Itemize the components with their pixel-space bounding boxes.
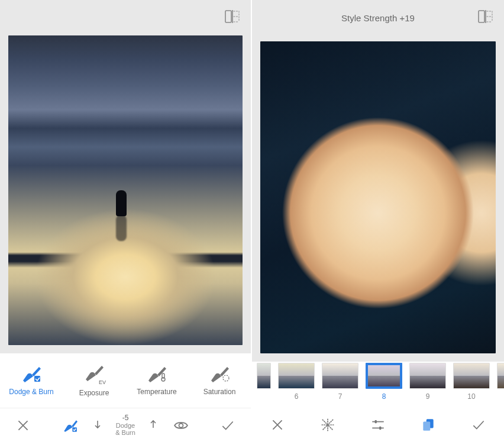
filter-number: 8 (382, 392, 386, 401)
filter-number: 7 (338, 392, 343, 401)
shuffle-button[interactable] (302, 417, 353, 433)
filter-number: 9 (426, 392, 430, 401)
svg-rect-0 (225, 11, 231, 22)
right-pane: Style Strength +19 678910 (252, 0, 504, 442)
brush-temperature[interactable]: Temperature (125, 353, 188, 408)
apply-button[interactable] (454, 417, 504, 433)
filter-number: 10 (467, 392, 475, 401)
compare-icon[interactable] (225, 10, 240, 25)
stepper-value: -5 (122, 414, 129, 422)
svg-rect-13 (424, 422, 431, 431)
filter-thumb[interactable] (257, 363, 271, 389)
right-topbar: Style Strength +19 (252, 0, 504, 35)
tool-label: Temperature (137, 388, 176, 396)
filter-thumb[interactable] (497, 363, 504, 389)
apply-button[interactable] (204, 418, 251, 433)
svg-rect-11 (379, 427, 381, 430)
stepper-label: Dodge & Burn (113, 422, 138, 436)
filter-thumb-9[interactable]: 9 (409, 363, 446, 401)
filter-thumb-6[interactable]: 6 (278, 363, 315, 401)
tool-label: Saturation (203, 388, 236, 396)
tool-sub: EV (99, 379, 106, 385)
brush-dodge-burn[interactable]: Dodge & Burn (0, 353, 63, 408)
tool-label: Exposure (79, 389, 109, 397)
compare-icon[interactable] (478, 10, 493, 25)
filter-thumb-7[interactable]: 7 (322, 363, 358, 401)
style-strength-label: Style Strength +19 (341, 13, 415, 23)
filter-thumb-10[interactable]: 10 (453, 363, 490, 401)
right-action-bar (252, 408, 504, 442)
svg-point-7 (179, 423, 183, 427)
left-pane: Dodge & Burn EV Exposure Temperature Sat… (0, 0, 251, 442)
svg-rect-10 (375, 420, 377, 423)
styles-button[interactable] (403, 417, 454, 433)
left-topbar (0, 0, 251, 35)
decrease-button[interactable] (93, 420, 102, 431)
svg-rect-8 (479, 11, 484, 22)
left-photo (8, 35, 243, 345)
strength-stepper: -5 Dodge & Burn (93, 414, 158, 436)
cancel-button[interactable] (0, 418, 47, 433)
right-photo (260, 41, 496, 353)
brush-tool-row: Dodge & Burn EV Exposure Temperature Sat… (0, 353, 251, 408)
left-action-bar: -5 Dodge & Burn (0, 408, 251, 442)
brush-exposure[interactable]: EV Exposure (63, 353, 125, 408)
filter-thumb-8[interactable]: 8 (366, 363, 402, 401)
filter-number: 6 (295, 392, 299, 401)
filter-strip[interactable]: 678910 (252, 362, 504, 408)
brush-saturation[interactable]: Saturation (188, 353, 251, 408)
cancel-button[interactable] (252, 417, 302, 433)
brush-mode-button[interactable] (47, 418, 93, 433)
tool-label: Dodge & Burn (9, 388, 53, 396)
right-image-stage[interactable] (252, 35, 504, 362)
increase-button[interactable] (148, 420, 158, 431)
adjust-button[interactable] (353, 417, 403, 433)
mask-visibility-button[interactable] (158, 418, 205, 433)
svg-point-5 (223, 375, 229, 381)
left-image-stage[interactable] (0, 35, 251, 353)
